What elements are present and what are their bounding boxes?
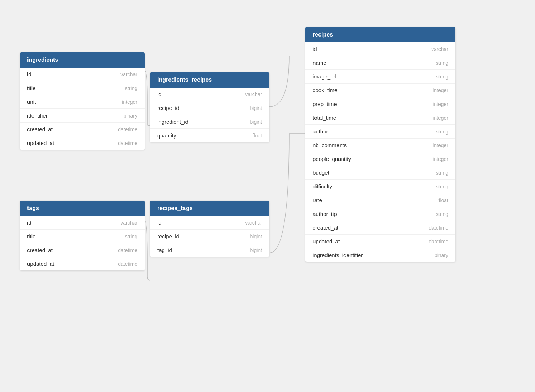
recipes-title: recipes bbox=[313, 31, 333, 38]
table-row: created_at datetime bbox=[20, 243, 145, 257]
table-row: created_at datetime bbox=[20, 123, 145, 136]
ingredients-table-header: ingredients bbox=[20, 52, 145, 68]
table-row: quantity float bbox=[150, 129, 269, 142]
table-row: difficulty string bbox=[305, 180, 455, 193]
ingredients-title: ingredients bbox=[27, 57, 58, 63]
table-row: updated_at datetime bbox=[20, 257, 145, 270]
table-row: nb_comments integer bbox=[305, 139, 455, 152]
diagram-container: ingredients id varchar title string unit… bbox=[0, 0, 535, 392]
table-row: author_tip string bbox=[305, 207, 455, 221]
recipes-table: recipes id varchar name string image_url… bbox=[305, 27, 455, 262]
table-row: ingredients_identifier binary bbox=[305, 248, 455, 262]
table-row: budget string bbox=[305, 166, 455, 180]
recipes-tags-table: recipes_tags id varchar recipe_id bigint… bbox=[150, 201, 269, 257]
table-row: id varchar bbox=[20, 216, 145, 230]
table-row: identifier binary bbox=[20, 109, 145, 123]
table-row: author string bbox=[305, 125, 455, 139]
table-row: rate float bbox=[305, 193, 455, 207]
tags-table-header: tags bbox=[20, 201, 145, 216]
table-row: cook_time integer bbox=[305, 84, 455, 97]
tags-title: tags bbox=[27, 205, 39, 211]
ingredients-table: ingredients id varchar title string unit… bbox=[20, 52, 145, 150]
table-row: id varchar bbox=[20, 68, 145, 81]
recipes-table-header: recipes bbox=[305, 27, 455, 42]
table-row: updated_at datetime bbox=[20, 136, 145, 150]
table-row: id varchar bbox=[305, 42, 455, 56]
table-row: title string bbox=[20, 81, 145, 95]
table-row: recipe_id bigint bbox=[150, 230, 269, 243]
table-row: id varchar bbox=[150, 88, 269, 101]
ingredients-recipes-title: ingredients_recipes bbox=[157, 77, 212, 83]
table-row: people_quantity integer bbox=[305, 152, 455, 166]
ingredients-recipes-table: ingredients_recipes id varchar recipe_id… bbox=[150, 72, 269, 142]
table-row: ingredient_id bigint bbox=[150, 115, 269, 129]
table-row: title string bbox=[20, 230, 145, 243]
table-row: recipe_id bigint bbox=[150, 101, 269, 115]
recipes-tags-table-header: recipes_tags bbox=[150, 201, 269, 216]
recipes-tags-title: recipes_tags bbox=[157, 205, 193, 211]
table-row: image_url string bbox=[305, 70, 455, 84]
table-row: created_at datetime bbox=[305, 221, 455, 235]
table-row: name string bbox=[305, 56, 455, 70]
table-row: unit integer bbox=[20, 95, 145, 109]
table-row: updated_at datetime bbox=[305, 235, 455, 248]
table-row: id varchar bbox=[150, 216, 269, 230]
table-row: tag_id bigint bbox=[150, 243, 269, 257]
tags-table: tags id varchar title string created_at … bbox=[20, 201, 145, 270]
ingredients-recipes-table-header: ingredients_recipes bbox=[150, 72, 269, 88]
table-row: total_time integer bbox=[305, 111, 455, 125]
table-row: prep_time integer bbox=[305, 97, 455, 111]
